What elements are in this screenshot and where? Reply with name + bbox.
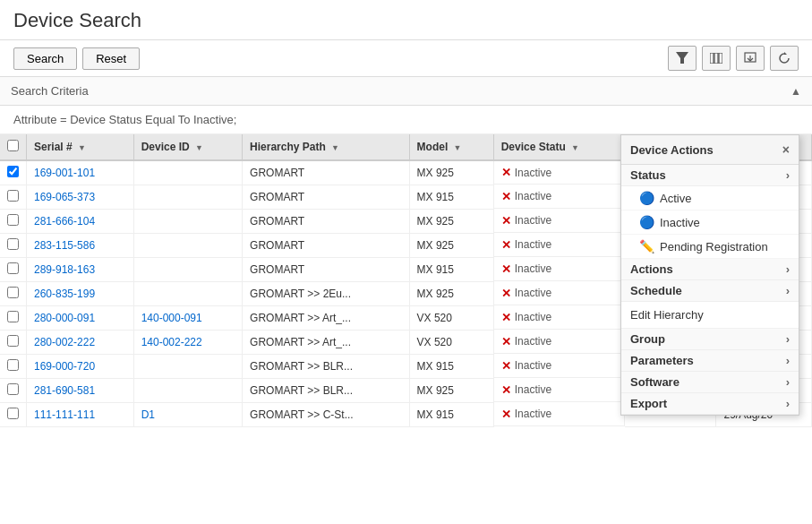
actions-label: Actions — [630, 262, 673, 276]
serial-link[interactable]: 281-690-581 — [34, 384, 95, 397]
popup-close-button[interactable]: × — [782, 142, 790, 157]
schedule-label: Schedule — [630, 284, 682, 297]
status-section[interactable]: Status › — [621, 165, 799, 186]
refresh-icon-btn[interactable] — [770, 46, 799, 71]
edit-hierarchy-label: Edit Hierarchy — [630, 308, 704, 322]
hierarchy-filter-icon[interactable]: ▼ — [331, 143, 339, 152]
parameters-section[interactable]: Parameters › — [621, 350, 799, 372]
row-checkbox-cell[interactable] — [0, 331, 27, 355]
serial-link[interactable]: 280-002-222 — [34, 336, 95, 348]
status-active-item[interactable]: 🔵 Active — [621, 186, 799, 210]
edit-hierarchy-item[interactable]: Edit Hierarchy — [621, 302, 799, 329]
serial-link[interactable]: 169-065-373 — [34, 191, 95, 203]
serial-link[interactable]: 289-918-163 — [34, 263, 95, 276]
row-hierarchy: GROMART >> Art_... — [243, 306, 410, 331]
software-arrow-icon: › — [786, 375, 790, 389]
status-arrow-icon: › — [786, 168, 790, 182]
serial-link[interactable]: 169-000-720 — [34, 360, 95, 373]
status-filter-icon[interactable]: ▼ — [571, 143, 579, 152]
row-device-id — [133, 160, 242, 185]
row-checkbox[interactable] — [7, 408, 19, 419]
export-icon-btn[interactable] — [736, 46, 765, 71]
row-model: MX 915 — [409, 355, 493, 379]
status-x-icon: ✕ — [501, 214, 511, 228]
status-x-icon: ✕ — [501, 238, 511, 252]
status-pending-item[interactable]: ✏️ Pending Registration — [621, 235, 799, 259]
row-checkbox-cell[interactable] — [0, 282, 27, 306]
row-checkbox[interactable] — [7, 287, 19, 298]
row-checkbox-cell[interactable] — [0, 185, 27, 210]
svg-marker-0 — [676, 52, 688, 64]
row-checkbox[interactable] — [7, 383, 19, 395]
inactive-icon: 🔵 — [639, 215, 654, 229]
model-filter-icon[interactable]: ▼ — [454, 143, 462, 152]
serial-link[interactable]: 169-001-101 — [34, 167, 95, 179]
select-all-header[interactable] — [0, 134, 27, 160]
popup-title: Device Actions — [630, 143, 714, 157]
row-checkbox-cell[interactable] — [0, 210, 27, 234]
actions-section[interactable]: Actions › — [621, 259, 799, 280]
device-id-link[interactable]: 140-000-091 — [141, 312, 202, 324]
row-checkbox[interactable] — [7, 190, 19, 202]
serial-link[interactable]: 280-000-091 — [34, 312, 95, 324]
status-x-icon: ✕ — [501, 311, 511, 324]
row-checkbox[interactable] — [7, 214, 19, 226]
row-device-id — [133, 234, 242, 258]
row-serial: 280-000-091 — [27, 306, 134, 331]
svg-rect-1 — [710, 53, 714, 64]
status-text: Inactive — [515, 335, 551, 348]
row-device-id — [133, 210, 242, 234]
row-checkbox[interactable] — [7, 262, 19, 274]
serial-link[interactable]: 111-111-111 — [34, 408, 95, 421]
search-button[interactable]: Search — [13, 47, 77, 70]
row-checkbox[interactable] — [7, 359, 19, 371]
row-device-id — [133, 185, 242, 210]
serial-link[interactable]: 283-115-586 — [34, 239, 95, 252]
serial-link[interactable]: 281-666-104 — [34, 215, 95, 228]
device-id-link[interactable]: D1 — [141, 408, 155, 421]
col-serial: Serial # ▼ — [27, 134, 134, 160]
export-section[interactable]: Export › — [621, 393, 799, 415]
row-checkbox-cell[interactable] — [0, 403, 27, 427]
deviceid-filter-icon[interactable]: ▼ — [195, 143, 203, 152]
row-checkbox-cell[interactable] — [0, 306, 27, 331]
software-section[interactable]: Software › — [621, 372, 799, 393]
row-device-id: 140-002-222 — [133, 331, 242, 355]
serial-link[interactable]: 260-835-199 — [34, 288, 95, 300]
status-x-icon: ✕ — [501, 262, 511, 276]
row-checkbox[interactable] — [7, 166, 19, 177]
schedule-section[interactable]: Schedule › — [621, 280, 799, 302]
row-device-id — [133, 379, 242, 403]
row-checkbox-cell[interactable] — [0, 258, 27, 282]
row-checkbox[interactable] — [7, 311, 19, 322]
row-model: MX 915 — [409, 185, 493, 210]
columns-icon-btn[interactable] — [702, 46, 731, 71]
select-all-checkbox[interactable] — [7, 140, 19, 151]
filter-icon-btn[interactable] — [668, 46, 697, 71]
group-section[interactable]: Group › — [621, 329, 799, 350]
row-checkbox-cell[interactable] — [0, 160, 27, 185]
row-checkbox-cell[interactable] — [0, 234, 27, 258]
status-text: Inactive — [515, 167, 551, 179]
row-model: MX 915 — [409, 258, 493, 282]
status-text: Inactive — [515, 190, 551, 202]
export-label: Export — [630, 397, 667, 410]
row-model: VX 520 — [409, 306, 493, 331]
row-status: ✕Inactive — [494, 258, 625, 281]
chevron-up-icon: ▲ — [791, 85, 801, 98]
row-checkbox[interactable] — [7, 335, 19, 347]
filter-icon — [676, 52, 688, 64]
search-criteria-bar[interactable]: Search Criteria ▲ — [0, 77, 812, 106]
device-id-link[interactable]: 140-002-222 — [141, 336, 202, 348]
status-text: Inactive — [515, 383, 551, 396]
row-checkbox[interactable] — [7, 238, 19, 250]
reset-button[interactable]: Reset — [82, 47, 140, 70]
status-text: Inactive — [515, 311, 551, 323]
serial-filter-icon[interactable]: ▼ — [78, 143, 86, 152]
status-x-icon: ✕ — [501, 383, 511, 397]
col-hierarchy: Hierarchy Path ▼ — [243, 134, 410, 160]
row-checkbox-cell[interactable] — [0, 355, 27, 379]
row-checkbox-cell[interactable] — [0, 379, 27, 403]
parameters-arrow-icon: › — [786, 354, 790, 367]
status-inactive-item[interactable]: 🔵 Inactive — [621, 210, 799, 235]
